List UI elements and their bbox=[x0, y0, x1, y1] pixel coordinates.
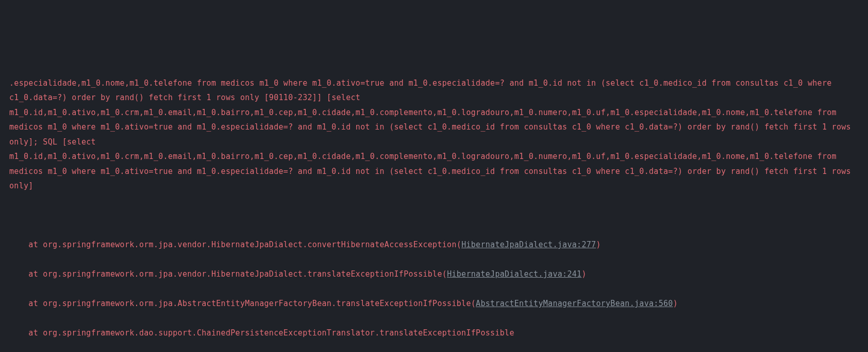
at-keyword: at bbox=[28, 328, 43, 338]
at-keyword: at bbox=[28, 299, 43, 308]
source-link[interactable]: HibernateJpaDialect.java:277 bbox=[461, 240, 596, 249]
blank-line bbox=[9, 208, 859, 223]
stack-trace-line: at org.springframework.orm.jpa.vendor.Hi… bbox=[9, 267, 859, 282]
paren-close: ) bbox=[673, 299, 678, 308]
paren-open: ( bbox=[471, 299, 476, 308]
error-message: .especialidade,m1_0.nome,m1_0.telefone f… bbox=[9, 76, 859, 194]
method-name: org.springframework.orm.jpa.vendor.Hiber… bbox=[43, 240, 456, 249]
stack-trace-line: at org.springframework.dao.support.Chain… bbox=[9, 326, 859, 341]
paren-close: ) bbox=[581, 269, 586, 279]
console-output: .especialidade,m1_0.nome,m1_0.telefone f… bbox=[9, 61, 859, 352]
method-name: org.springframework.dao.support.ChainedP… bbox=[43, 328, 514, 338]
stack-trace-line: at org.springframework.orm.jpa.AbstractE… bbox=[9, 296, 859, 311]
paren-close: ) bbox=[596, 240, 600, 249]
paren-open: ( bbox=[457, 240, 461, 249]
at-keyword: at bbox=[28, 269, 43, 279]
method-name: org.springframework.orm.jpa.AbstractEnti… bbox=[43, 299, 471, 308]
paren-open: ( bbox=[442, 269, 447, 279]
source-link[interactable]: HibernateJpaDialect.java:241 bbox=[447, 269, 581, 279]
method-name: org.springframework.orm.jpa.vendor.Hiber… bbox=[43, 269, 442, 279]
at-keyword: at bbox=[28, 240, 43, 249]
stack-trace-line: at org.springframework.orm.jpa.vendor.Hi… bbox=[9, 237, 859, 252]
source-link[interactable]: AbstractEntityManagerFactoryBean.java:56… bbox=[476, 299, 673, 308]
